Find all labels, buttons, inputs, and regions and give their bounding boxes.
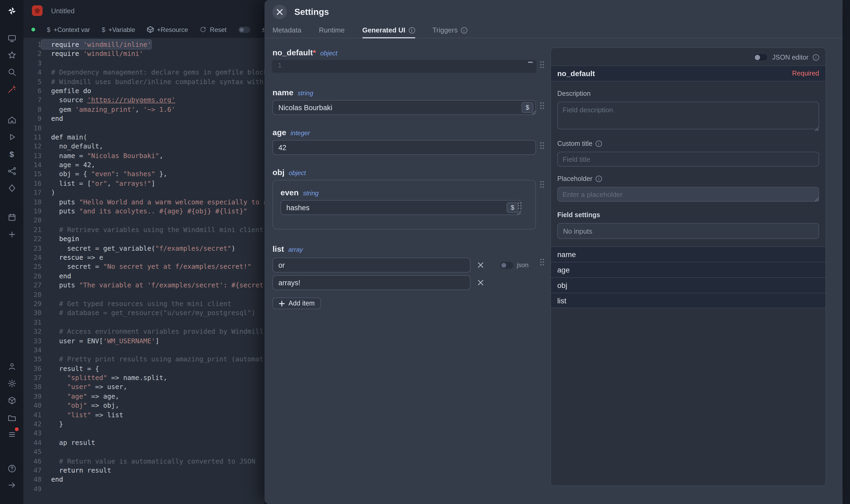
windmill-logo-icon[interactable]: [6, 5, 18, 17]
diff-toggle[interactable]: [238, 26, 250, 33]
inspector-field-row-obj[interactable]: obj: [551, 277, 826, 293]
folders-icon[interactable]: [6, 412, 18, 424]
json-editor-toggle[interactable]: [753, 53, 768, 61]
favorites-star-icon[interactable]: [6, 49, 18, 61]
insert-variable-dollar-button[interactable]: $: [522, 102, 533, 113]
user-icon[interactable]: [6, 360, 18, 372]
logs-list-icon[interactable]: [6, 428, 18, 440]
code-line[interactable]: 47 return result: [23, 466, 265, 475]
code-line[interactable]: 7 source 'https://rubygems.org': [23, 95, 265, 105]
code-line[interactable]: 35 # Pretty print results using amazing_…: [23, 355, 265, 364]
code-line[interactable]: 20: [23, 216, 265, 225]
code-line[interactable]: 23 secret = get_variable("f/examples/sec…: [23, 244, 265, 253]
code-line[interactable]: 16 list = ["or", "arrays!"]: [23, 179, 265, 188]
code-line[interactable]: 17): [23, 188, 265, 197]
inspector-field-row-name[interactable]: name: [551, 247, 826, 262]
script-title[interactable]: Untitled: [51, 7, 74, 15]
runs-play-icon[interactable]: [6, 131, 18, 143]
drag-handle-icon[interactable]: [540, 258, 544, 266]
settings-gear-icon[interactable]: [6, 377, 18, 389]
code-line[interactable]: 43: [23, 429, 265, 438]
tab-generated-ui[interactable]: Generated UI i: [362, 23, 415, 38]
code-line[interactable]: 32 # Access environment variables provid…: [23, 327, 265, 336]
add-item-button[interactable]: Add item: [272, 298, 321, 309]
code-line[interactable]: 44 ap result: [23, 438, 265, 447]
search-icon[interactable]: [6, 66, 18, 78]
inspector-field-row-age[interactable]: age: [551, 262, 826, 277]
description-textarea[interactable]: [557, 102, 819, 129]
code-line[interactable]: 14 age = 42,: [23, 160, 265, 169]
list-item-input[interactable]: [272, 275, 471, 290]
code-line[interactable]: 11def main(: [23, 132, 265, 142]
code-line[interactable]: 12 no_default,: [23, 142, 265, 151]
code-line[interactable]: 45: [23, 447, 265, 456]
code-line[interactable]: 46 # Return value is automatically conve…: [23, 456, 265, 466]
code-line[interactable]: 28: [23, 290, 265, 299]
code-line[interactable]: 10: [23, 123, 265, 132]
code-line[interactable]: 39 "age" => age,: [23, 392, 265, 401]
help-icon[interactable]: [6, 463, 18, 474]
drag-handle-icon[interactable]: [540, 142, 544, 149]
schedules-calendar-icon[interactable]: [6, 211, 18, 223]
code-line[interactable]: 48end: [23, 475, 265, 484]
code-line[interactable]: 37 "splitted" => name.split,: [23, 373, 265, 382]
code-line[interactable]: 2require 'windmill/mini': [23, 49, 265, 58]
code-line[interactable]: 41 "list" => list: [23, 410, 265, 419]
code-line[interactable]: 27 puts "The variable at 'f/examples/sec…: [23, 281, 265, 290]
code-line[interactable]: 25 secret = "No secret yet at f/examples…: [23, 262, 265, 271]
code-line[interactable]: 30 # database = get_resource("u/user/my_…: [23, 308, 265, 318]
code-line[interactable]: 19 puts "and its acolytes.. #{age} #{obj…: [23, 206, 265, 216]
inspector-field-row-list[interactable]: list: [551, 293, 826, 308]
close-icon[interactable]: [272, 4, 287, 19]
code-line[interactable]: 13 name = "Nicolas Bourbaki",: [23, 151, 265, 160]
code-line[interactable]: 33 user = ENV['WM_USERNAME']: [23, 336, 265, 345]
add-resource-button[interactable]: +Resource: [147, 26, 188, 33]
code-editor[interactable]: 1require 'windmill/inline'2require 'wind…: [23, 38, 265, 504]
tab-metadata[interactable]: Metadata: [272, 23, 301, 38]
code-line[interactable]: 38 "user" => user,: [23, 382, 265, 392]
add-variable-button[interactable]: $ +Variable: [102, 26, 135, 33]
code-line[interactable]: 6gemfile do: [23, 86, 265, 95]
code-line[interactable]: 18 puts "Hello World and a warm welcome …: [23, 197, 265, 206]
code-line[interactable]: 3: [23, 58, 265, 68]
tab-triggers[interactable]: Triggers i: [432, 23, 467, 38]
code-line[interactable]: 9end: [23, 114, 265, 123]
code-line[interactable]: 22 begin: [23, 234, 265, 244]
code-line[interactable]: 29 # Get typed resources using the mini …: [23, 299, 265, 308]
ai-wand-icon[interactable]: [6, 83, 18, 95]
json-mode-toggle[interactable]: [500, 262, 513, 269]
code-line[interactable]: 42 }: [23, 419, 265, 429]
age-input[interactable]: [272, 140, 536, 155]
no-default-json-input[interactable]: 1: [272, 60, 536, 72]
code-line[interactable]: 21 # Retrieve variables using the Windmi…: [23, 225, 265, 234]
collapse-dash-icon[interactable]: [528, 62, 533, 63]
inspector-selected-field-row[interactable]: no_default Required: [551, 66, 826, 82]
reset-button[interactable]: Reset: [200, 26, 227, 33]
placeholder-input[interactable]: [557, 187, 819, 202]
assets-diamond-icon[interactable]: [6, 182, 18, 194]
collapse-arrow-icon[interactable]: [6, 479, 18, 491]
code-line[interactable]: 15 obj = { "even": "hashes" },: [23, 169, 265, 179]
code-line[interactable]: 31: [23, 318, 265, 327]
code-line[interactable]: 24 rescue => e: [23, 253, 265, 262]
code-line[interactable]: 1require 'windmill/inline': [23, 40, 265, 49]
remove-item-icon[interactable]: [476, 260, 485, 270]
code-line[interactable]: 36 result = {: [23, 364, 265, 373]
custom-title-input[interactable]: [557, 152, 819, 166]
even-input[interactable]: [281, 200, 521, 215]
home-icon[interactable]: [6, 114, 18, 126]
tab-runtime[interactable]: Runtime: [319, 23, 345, 38]
add-context-var-button[interactable]: $ +Context var: [47, 26, 90, 33]
drag-handle-icon[interactable]: [517, 202, 522, 210]
remove-item-icon[interactable]: [476, 278, 485, 287]
drag-handle-icon[interactable]: [540, 180, 544, 188]
insert-variable-dollar-button[interactable]: $: [507, 202, 519, 213]
dashboard-icon[interactable]: [6, 33, 18, 44]
resources-graph-icon[interactable]: [6, 165, 18, 177]
list-item-input[interactable]: [272, 257, 471, 272]
plus-minus-icon[interactable]: ±: [261, 25, 265, 34]
name-input[interactable]: [272, 100, 536, 115]
drag-handle-icon[interactable]: [540, 61, 544, 69]
code-line[interactable]: 8 gem 'amazing_print', '~> 1.6': [23, 105, 265, 114]
code-line[interactable]: 26 end: [23, 271, 265, 281]
